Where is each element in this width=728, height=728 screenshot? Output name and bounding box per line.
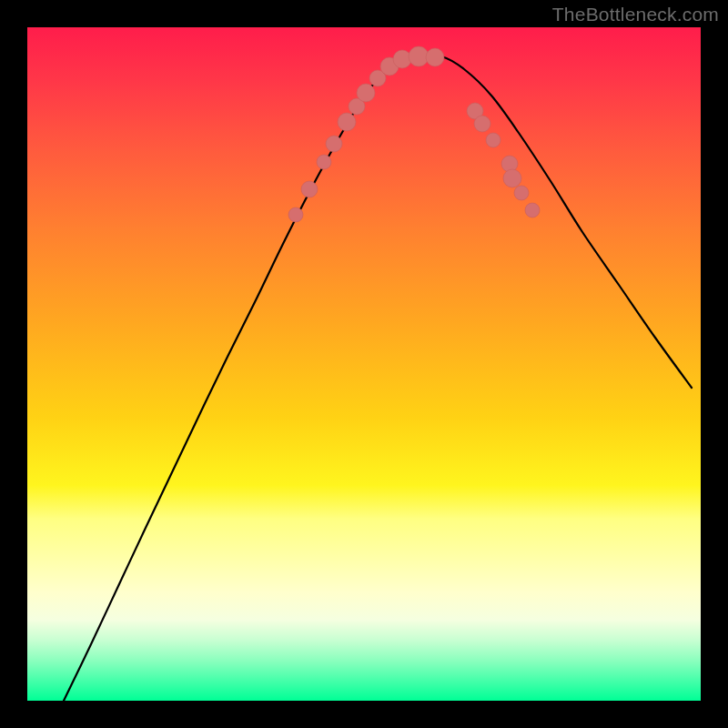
marker-dot bbox=[326, 136, 342, 152]
marker-dot bbox=[525, 203, 540, 217]
marker-dot bbox=[393, 50, 411, 68]
marker-dot bbox=[409, 46, 429, 66]
watermark-label: TheBottleneck.com bbox=[552, 4, 719, 25]
marker-dot bbox=[357, 84, 375, 102]
marker-dot bbox=[474, 116, 490, 132]
markers-group bbox=[288, 46, 540, 222]
chart-svg bbox=[27, 27, 701, 701]
marker-dot bbox=[426, 48, 444, 66]
marker-dot bbox=[503, 169, 521, 187]
plot-frame bbox=[27, 27, 701, 701]
marker-dot bbox=[288, 207, 303, 222]
marker-dot bbox=[514, 186, 529, 200]
marker-dot bbox=[317, 155, 331, 169]
curve-line bbox=[64, 56, 692, 701]
marker-dot bbox=[338, 113, 356, 131]
marker-dot bbox=[486, 133, 500, 147]
marker-dot bbox=[301, 181, 318, 197]
